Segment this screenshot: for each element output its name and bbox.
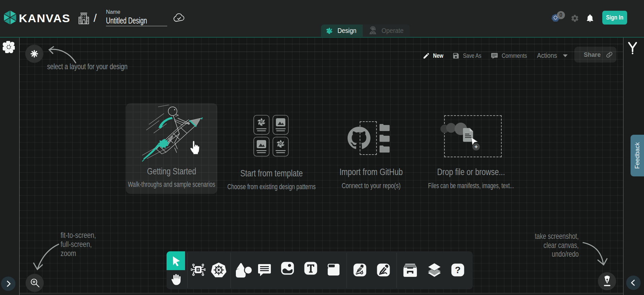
svg-text:?: ? xyxy=(455,265,461,275)
